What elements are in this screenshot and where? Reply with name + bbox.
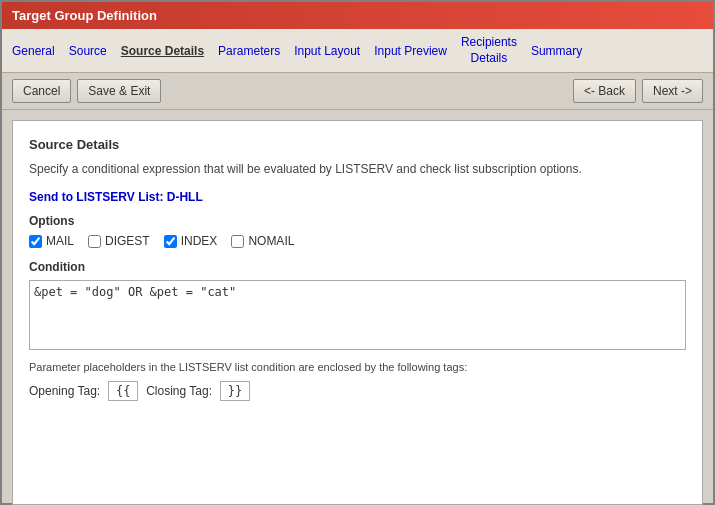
cancel-button[interactable]: Cancel <box>12 79 71 103</box>
closing-tag-label: Closing Tag: <box>146 384 212 398</box>
save-exit-button[interactable]: Save & Exit <box>77 79 161 103</box>
checkbox-nomail[interactable] <box>231 235 244 248</box>
toolbar-right: <- Back Next -> <box>573 79 703 103</box>
option-index: INDEX <box>164 234 218 248</box>
closing-tag-value: }} <box>220 381 250 401</box>
toolbar-left: Cancel Save & Exit <box>12 79 161 103</box>
opening-tag-label: Opening Tag: <box>29 384 100 398</box>
nav-source[interactable]: Source <box>69 44 107 58</box>
checkbox-digest[interactable] <box>88 235 101 248</box>
listserv-list-label: Send to LISTSERV List: D-HLL <box>29 190 686 204</box>
label-index: INDEX <box>181 234 218 248</box>
label-nomail: NOMAIL <box>248 234 294 248</box>
label-digest: DIGEST <box>105 234 150 248</box>
condition-label: Condition <box>29 260 686 274</box>
tags-row: Opening Tag: {{ Closing Tag: }} <box>29 381 686 401</box>
param-note: Parameter placeholders in the LISTSERV l… <box>29 361 686 373</box>
nav-bar: General Source Source Details Parameters… <box>2 29 713 73</box>
window-title: Target Group Definition <box>12 8 157 23</box>
nav-recipients-details[interactable]: RecipientsDetails <box>461 35 517 66</box>
title-bar: Target Group Definition <box>2 2 713 29</box>
content-area: Source Details Specify a conditional exp… <box>12 120 703 505</box>
checkbox-index[interactable] <box>164 235 177 248</box>
option-nomail: NOMAIL <box>231 234 294 248</box>
nav-general[interactable]: General <box>12 44 55 58</box>
option-digest: DIGEST <box>88 234 150 248</box>
options-row: MAIL DIGEST INDEX NOMAIL <box>29 234 686 248</box>
nav-input-preview[interactable]: Input Preview <box>374 44 447 58</box>
option-mail: MAIL <box>29 234 74 248</box>
condition-textarea[interactable]: &pet = "dog" OR &pet = "cat" <box>29 280 686 350</box>
checkbox-mail[interactable] <box>29 235 42 248</box>
nav-source-details[interactable]: Source Details <box>121 44 204 58</box>
options-label: Options <box>29 214 686 228</box>
back-button[interactable]: <- Back <box>573 79 636 103</box>
label-mail: MAIL <box>46 234 74 248</box>
toolbar: Cancel Save & Exit <- Back Next -> <box>2 73 713 110</box>
nav-parameters[interactable]: Parameters <box>218 44 280 58</box>
next-button[interactable]: Next -> <box>642 79 703 103</box>
section-title: Source Details <box>29 137 686 152</box>
nav-summary[interactable]: Summary <box>531 44 582 58</box>
nav-input-layout[interactable]: Input Layout <box>294 44 360 58</box>
section-description: Specify a conditional expression that wi… <box>29 160 686 178</box>
opening-tag-value: {{ <box>108 381 138 401</box>
